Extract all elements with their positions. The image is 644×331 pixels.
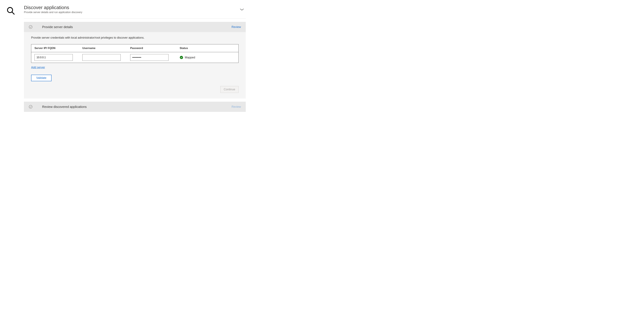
page-subtitle: Provide server details and run applicati… — [24, 11, 240, 14]
svg-point-3 — [180, 56, 183, 59]
check-circle-icon — [29, 105, 32, 109]
username-input[interactable] — [82, 54, 121, 61]
server-ip-input[interactable] — [34, 54, 73, 61]
section-title: Review discovered applications — [42, 105, 232, 109]
svg-point-2 — [29, 26, 32, 28]
validate-button[interactable]: Validate — [31, 75, 52, 81]
check-circle-icon — [29, 25, 32, 29]
column-header-username: Username — [82, 46, 130, 50]
password-input[interactable] — [130, 54, 168, 61]
instruction-text: Provide server credentials with local ad… — [31, 36, 238, 40]
table-header: Server IP/ FQDN Username Password Status — [31, 44, 238, 52]
review-link[interactable]: Review — [232, 26, 241, 29]
success-check-icon — [180, 56, 183, 59]
review-link[interactable]: Review — [232, 105, 241, 108]
chevron-down-icon — [240, 8, 244, 11]
section-provide-server-details: Provide server details Review Provide se… — [24, 22, 246, 98]
section-review-discovered-applications: Review discovered applications Review — [24, 102, 246, 112]
svg-point-0 — [8, 8, 12, 12]
svg-point-4 — [29, 105, 32, 108]
status-label: Mapped — [185, 56, 195, 59]
column-header-status: Status — [180, 46, 235, 50]
svg-line-1 — [12, 12, 14, 14]
divider — [24, 18, 246, 19]
collapse-toggle[interactable] — [240, 5, 246, 12]
add-server-link[interactable]: Add server — [31, 66, 45, 69]
table-row: Mapped — [31, 52, 238, 63]
column-header-password: Password — [130, 46, 180, 50]
search-icon — [6, 5, 16, 115]
column-header-ip: Server IP/ FQDN — [34, 46, 82, 50]
server-table: Server IP/ FQDN Username Password Status — [31, 44, 238, 63]
continue-button: Continue — [220, 86, 238, 93]
page-title: Discover applications — [24, 5, 240, 10]
section-title: Provide server details — [42, 25, 232, 29]
